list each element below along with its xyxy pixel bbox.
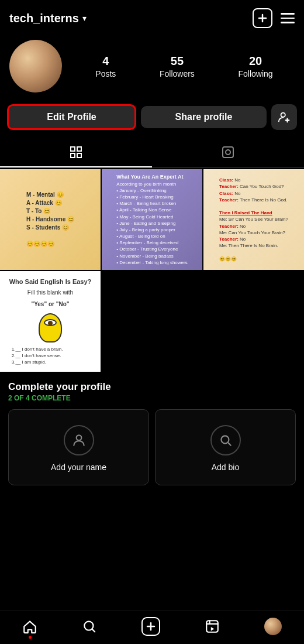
add-post-button[interactable] bbox=[253, 8, 272, 28]
add-bio-label: Add bio bbox=[212, 463, 239, 472]
svg-rect-3 bbox=[71, 153, 75, 157]
post-image-1: M - Mental 😊A - Attack 😊T - To 😊H - Hand… bbox=[0, 169, 101, 270]
svg-point-0 bbox=[281, 113, 285, 117]
nav-create-button[interactable] bbox=[141, 617, 160, 636]
person-icon bbox=[71, 433, 87, 448]
reels-icon bbox=[205, 619, 220, 634]
grid-cell-1[interactable]: M - Mental 😊A - Attack 😊T - To 😊H - Hand… bbox=[0, 169, 101, 270]
following-label: Following bbox=[239, 69, 273, 78]
grid-cell-2[interactable]: What You Are An Expert At According to y… bbox=[102, 169, 202, 270]
add-name-label: Add your name bbox=[51, 463, 106, 472]
username-row[interactable]: tech_interns ▾ bbox=[9, 12, 87, 25]
svg-rect-4 bbox=[77, 153, 81, 157]
action-buttons: Edit Profile Share profile bbox=[0, 102, 304, 138]
create-icon bbox=[141, 617, 160, 636]
plus-create-icon bbox=[146, 621, 156, 632]
nav-profile-button[interactable] bbox=[264, 618, 282, 635]
add-name-icon-circle bbox=[64, 425, 94, 455]
tag-icon bbox=[221, 145, 235, 159]
svg-point-8 bbox=[221, 436, 229, 443]
grid-cell-3[interactable]: Class: No Teacher: Can You Touch God? Cl… bbox=[203, 169, 304, 270]
profile-section: 4 Posts 55 Followers 20 Following bbox=[0, 34, 304, 102]
stats-row: 4 Posts 55 Followers 20 Following bbox=[74, 54, 295, 78]
followers-count: 55 bbox=[171, 54, 184, 68]
nav-icons bbox=[253, 8, 295, 28]
nav-reels-button[interactable] bbox=[205, 619, 220, 634]
tab-grid[interactable] bbox=[0, 138, 152, 167]
posts-label: Posts bbox=[95, 69, 116, 78]
add-user-button[interactable] bbox=[271, 104, 297, 130]
share-profile-button[interactable]: Share profile bbox=[141, 106, 267, 128]
complete-profile-section: Complete your profile 2 OF 4 COMPLETE Ad… bbox=[0, 372, 304, 491]
complete-profile-subtitle: 2 OF 4 COMPLETE bbox=[8, 394, 296, 402]
avatar[interactable] bbox=[9, 40, 62, 93]
following-stat[interactable]: 20 Following bbox=[239, 54, 273, 78]
bottom-nav bbox=[0, 611, 304, 644]
post-image-2: What You Are An Expert At According to y… bbox=[102, 169, 202, 270]
followers-label: Followers bbox=[160, 69, 195, 78]
chevron-down-icon: ▾ bbox=[82, 13, 87, 23]
home-icon bbox=[22, 619, 37, 634]
top-nav: tech_interns ▾ bbox=[0, 0, 304, 34]
posts-stat[interactable]: 4 Posts bbox=[95, 54, 116, 78]
complete-profile-title: Complete your profile bbox=[8, 381, 296, 393]
svg-rect-2 bbox=[77, 147, 81, 151]
photo-grid: M - Mental 😊A - Attack 😊T - To 😊H - Hand… bbox=[0, 169, 304, 372]
plus-icon bbox=[257, 13, 268, 23]
posts-count: 4 bbox=[102, 54, 109, 68]
add-name-card[interactable]: Add your name bbox=[8, 409, 149, 485]
complete-cards: Add your name Add bio bbox=[8, 409, 296, 485]
nav-search-button[interactable] bbox=[82, 619, 97, 634]
username-text: tech_interns bbox=[9, 12, 79, 25]
add-person-icon bbox=[278, 111, 291, 124]
search-icon bbox=[82, 619, 97, 634]
svg-point-6 bbox=[226, 150, 230, 155]
tab-tagged[interactable] bbox=[152, 138, 304, 167]
post-image-4: Who Said English Is Easy? Fill this blan… bbox=[0, 271, 101, 372]
svg-rect-1 bbox=[71, 147, 75, 151]
add-bio-icon-circle bbox=[210, 425, 241, 455]
svg-point-7 bbox=[76, 435, 81, 440]
edit-profile-button[interactable]: Edit Profile bbox=[7, 104, 136, 130]
following-count: 20 bbox=[249, 54, 262, 68]
add-bio-card[interactable]: Add bio bbox=[155, 409, 296, 485]
svg-rect-10 bbox=[206, 621, 218, 632]
svg-rect-5 bbox=[223, 147, 233, 157]
home-active-dot bbox=[29, 636, 32, 639]
menu-button[interactable] bbox=[281, 13, 295, 23]
grid-cell-4[interactable]: Who Said English Is Easy? Fill this blan… bbox=[0, 271, 101, 372]
followers-stat[interactable]: 55 Followers bbox=[160, 54, 195, 78]
nav-home-button[interactable] bbox=[22, 619, 37, 634]
post-image-3: Class: No Teacher: Can You Touch God? Cl… bbox=[203, 169, 304, 270]
bio-search-icon bbox=[218, 433, 233, 448]
grid-icon bbox=[69, 145, 83, 159]
profile-avatar-thumb bbox=[264, 618, 282, 635]
avatar-image bbox=[9, 40, 62, 93]
tab-bar bbox=[0, 138, 304, 168]
